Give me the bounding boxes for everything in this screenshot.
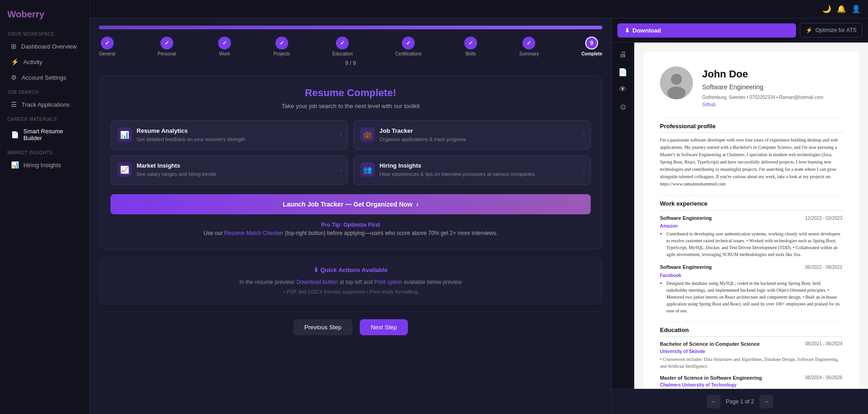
complete-title: Resume Complete! — [110, 87, 591, 99]
step-work[interactable]: Work — [218, 37, 231, 56]
step-general-circle — [101, 37, 114, 49]
market-insights-section-label: Market Insights — [0, 146, 89, 157]
divider — [660, 321, 842, 322]
circle-icon-btn[interactable]: ⊙ — [615, 98, 631, 115]
sidebar-item-hiring-insights[interactable]: 📊 Hiring Insights — [4, 158, 86, 172]
page-next-button[interactable]: → — [759, 395, 773, 409]
education-section: Education Bachelor of Science in Compute… — [660, 326, 842, 389]
download-link[interactable]: Download button — [297, 279, 338, 285]
dashboard-icon: ⊞ — [11, 43, 16, 50]
right-panel: ⬇ Download ⚡ Optimize for ATS 🖨 📄 👁 ⊙ — [611, 18, 868, 414]
sidebar-item-dashboard[interactable]: ⊞ Dashboard Overview — [4, 39, 86, 54]
step-education[interactable]: Education — [332, 37, 352, 56]
resume-github-link[interactable]: Github — [702, 102, 715, 107]
previous-step-button[interactable]: Previous Step — [293, 319, 352, 335]
pro-tip-text: Use our Resume Match Checker (top-right … — [110, 230, 591, 236]
pro-tip: Pro Tip: Optimize First — [110, 222, 591, 228]
work-dates: 12/2022 - 02/2023 — [805, 215, 842, 222]
app-logo: Woberry — [0, 5, 89, 27]
pro-tip-body: Use our Resume Match Checker (top-right … — [203, 230, 498, 236]
resume-name: John Doe — [702, 66, 824, 82]
document-icon-btn[interactable]: 📄 — [615, 64, 631, 80]
right-icons: 🖨 📄 👁 ⊙ — [612, 43, 634, 389]
tool-name: Market Insights — [137, 162, 341, 169]
main-area: 🌙 🔔 👤 General Personal — [90, 18, 868, 414]
progress-bar-container — [99, 26, 602, 29]
track-icon: ☰ — [11, 101, 17, 108]
professional-profile-section: Professional profile I'm a passionate so… — [660, 122, 842, 188]
tool-arrow-icon: › — [583, 132, 585, 138]
sidebar-item-resume-builder[interactable]: 📄 Smart Resume Builder — [4, 124, 86, 145]
work-company: Amazon — [660, 223, 842, 229]
edu-dates: 08/2024 - 06/2026 — [805, 374, 842, 382]
ats-icon: ⚡ — [806, 27, 813, 33]
resume-email: Raman@hotmail.com — [779, 95, 823, 100]
complete-subtitle: Take your job search to the next level w… — [110, 103, 591, 109]
step-certifications[interactable]: Certifications — [395, 37, 422, 56]
tool-job-tracker[interactable]: 💼 Job Tracker Organize applications & tr… — [353, 120, 591, 150]
tool-arrow-icon: › — [583, 167, 585, 174]
resume-phone: 0702202334 — [750, 95, 775, 100]
ats-label: Optimize for ATS — [815, 27, 857, 33]
work-bullet: Designed the database using MySQL; coded… — [666, 280, 842, 314]
profile-text: I'm a passionate software developer with… — [660, 136, 842, 188]
work-entry-amazon: Software Engineering 12/2022 - 02/2023 A… — [660, 214, 842, 258]
launch-btn-label: Launch Job Tracker — Get Organized Now — [283, 201, 412, 208]
step-projects-circle — [275, 37, 288, 49]
edu-school: Chalmers University of Technology — [660, 381, 842, 388]
divider — [660, 195, 842, 196]
eye-icon-btn[interactable]: 👁 — [615, 81, 631, 98]
print-link[interactable]: Print option — [374, 279, 402, 285]
tool-hiring-insights[interactable]: 👥 Hiring Insights Hear experiences & tip… — [353, 155, 591, 185]
tool-desc: Hear experiences & tips on interview pro… — [379, 171, 584, 178]
svg-point-1 — [671, 74, 682, 85]
job-tracker-icon: 💼 — [360, 127, 375, 142]
resume-analytics-icon: 📊 — [117, 127, 132, 142]
download-button[interactable]: ⬇ Download — [617, 23, 796, 38]
page-prev-button[interactable]: ← — [707, 395, 720, 409]
next-step-button[interactable]: Next Step — [360, 319, 408, 335]
step-education-circle — [336, 37, 349, 49]
quick-actions-card: ⬇ Quick Actions Available In the resume … — [99, 257, 602, 304]
edu-dates-row: Master of Science in Software Engineerin… — [660, 374, 842, 382]
job-search-section-label: Job Search — [0, 85, 89, 97]
tool-market-insights[interactable]: 📈 Market Insights See salary ranges and … — [110, 155, 348, 185]
quick-actions-desc: In the resume preview: Download button a… — [109, 279, 593, 285]
step-summary[interactable]: Summary — [519, 37, 539, 56]
tool-resume-analytics[interactable]: 📊 Resume Analytics Get detailed feedback… — [110, 120, 348, 150]
activity-icon: ⚡ — [11, 58, 19, 65]
resume-header: John Doe Software Engineering Gothenburg… — [660, 66, 842, 109]
print-icon-btn[interactable]: 🖨 — [615, 46, 631, 63]
edu-degree: Bachelor of Science in Computer Science — [660, 340, 760, 348]
work-dates: 06/2022 - 08/2022 — [805, 264, 842, 271]
sidebar: Woberry Your Workspace ⊞ Dashboard Overv… — [0, 0, 90, 414]
resume-document: John Doe Software Engineering Gothenburg… — [643, 52, 859, 389]
sidebar-item-account-settings[interactable]: ⚙ Account Settings — [4, 70, 86, 85]
step-personal[interactable]: Personal — [158, 37, 176, 56]
sidebar-item-label: Track Applications — [22, 101, 70, 108]
tool-info: Job Tracker Organize applications & trac… — [379, 127, 584, 143]
step-work-circle — [218, 37, 231, 49]
left-panel: General Personal Work Projects Education — [90, 18, 611, 414]
step-summary-label: Summary — [519, 51, 539, 56]
step-general[interactable]: General — [99, 37, 115, 56]
step-projects-label: Projects — [274, 51, 290, 56]
step-complete[interactable]: 9 Complete — [581, 37, 602, 56]
resume-match-checker-link[interactable]: Resume Match Checker — [224, 230, 283, 236]
tools-grid: 📊 Resume Analytics Get detailed feedback… — [110, 120, 591, 185]
hiring-insights-icon: 👥 — [360, 162, 375, 177]
sidebar-item-activity[interactable]: ⚡ Activity — [4, 54, 86, 69]
edu-entry-master: Master of Science in Software Engineerin… — [660, 374, 842, 389]
resume-pagination: ← Page 1 of 2 → — [612, 389, 868, 414]
ats-button[interactable]: ⚡ Optimize for ATS — [800, 23, 863, 38]
step-skills[interactable]: Skills — [464, 37, 477, 56]
sidebar-item-track-applications[interactable]: ☰ Track Applications — [4, 97, 86, 112]
work-title-row: Software Engineering 06/2022 - 08/2022 — [660, 263, 842, 271]
tool-desc: Get detailed feedback on your resume's s… — [137, 136, 341, 143]
work-bullets: Designed the database using MySQL; coded… — [660, 280, 842, 314]
tool-info: Hiring Insights Hear experiences & tips … — [379, 162, 584, 178]
step-projects[interactable]: Projects — [274, 37, 290, 56]
step-personal-circle — [160, 37, 173, 49]
launch-job-tracker-button[interactable]: Launch Job Tracker — Get Organized Now › — [110, 194, 591, 214]
complete-card: Resume Complete! Take your job search to… — [99, 76, 602, 250]
